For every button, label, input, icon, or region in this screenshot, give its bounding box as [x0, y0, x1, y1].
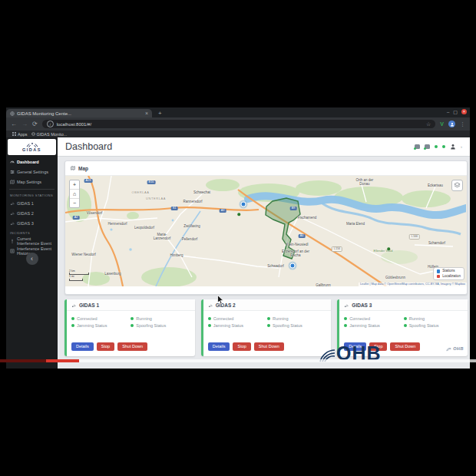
sidebar-item-general-settings[interactable]: General Settings: [6, 167, 58, 177]
apps-label: Apps: [18, 132, 28, 137]
url-text[interactable]: localhost:8001/#/: [57, 122, 423, 127]
road-badge: B16: [147, 180, 156, 184]
details-button[interactable]: Details: [208, 342, 230, 352]
map-town-label: UNTERLAA: [146, 197, 166, 201]
shutdown-button[interactable]: Shut Down: [390, 342, 420, 352]
shutdown-button[interactable]: Shut Down: [254, 342, 284, 352]
station-cards-row: GIDAS 1 Connected Running Jamming Status…: [64, 299, 468, 356]
window-controls: – ▢ ×: [447, 109, 467, 114]
sidebar-item-gidas-2[interactable]: GIDAS 2: [6, 208, 58, 218]
status-dot: [344, 317, 347, 320]
minimize-icon[interactable]: –: [447, 110, 449, 114]
chat-status-icon[interactable]: [425, 144, 430, 149]
map-icon: [71, 166, 75, 170]
status-connected: Connected: [344, 316, 403, 321]
map-town-label: Enzersdorf an der Fischa: [280, 250, 311, 257]
header-icon-cluster: ›: [415, 144, 462, 150]
user-icon[interactable]: [450, 144, 456, 150]
sidebar-item-dashboard[interactable]: Dashboard: [6, 157, 58, 167]
map-town-label: Schwadorf: [267, 264, 283, 268]
map-town-label: Pellendorf: [182, 237, 197, 241]
localization-swatch: [437, 275, 441, 279]
stop-button[interactable]: Stop: [97, 342, 114, 352]
sidebar-item-map-settings[interactable]: Map Settings: [6, 177, 58, 187]
ohb-swoosh-icon: [446, 347, 451, 352]
map-town-label: Fischamend: [298, 216, 317, 220]
extension-icon[interactable]: V: [440, 121, 444, 127]
maximize-icon[interactable]: ▢: [453, 110, 458, 114]
status-badge: [424, 147, 426, 150]
back-icon[interactable]: ←: [11, 121, 17, 127]
sidebar-section-incidents: INCIDENTS: [6, 228, 58, 236]
station-marker[interactable]: [241, 202, 246, 207]
map-zoom-control: + ⌂ −: [69, 180, 80, 208]
sidebar-item-current-interference-event[interactable]: Current Interference Event: [6, 236, 58, 246]
layers-icon: [454, 182, 461, 189]
apps-grid-icon: [12, 132, 16, 136]
browser-tab[interactable]: GIDAS Monitoring Cente... ×: [6, 109, 152, 117]
map-town-label: Orth an der Donau: [351, 178, 378, 186]
status-dot: [267, 324, 270, 327]
details-button[interactable]: Details: [71, 342, 94, 352]
close-icon[interactable]: ×: [461, 109, 467, 114]
bookmark-star-icon[interactable]: ☆: [426, 121, 431, 127]
gidas-bookmark[interactable]: GIDAS Monito...: [31, 132, 68, 137]
layers-button[interactable]: [451, 180, 463, 191]
status-spoofing: Spoofing Status: [267, 323, 326, 328]
map-card: Map: [64, 160, 468, 295]
sidebar: GIDAS Dashboard General Settings Map Set…: [6, 137, 58, 369]
map-town-label: OBERLAA: [131, 191, 149, 195]
sidebar-item-gidas-1[interactable]: GIDAS 1: [6, 198, 58, 208]
video-progress-bar[interactable]: [0, 359, 476, 362]
gidas-logo[interactable]: GIDAS: [8, 139, 56, 155]
tab-close-icon[interactable]: ×: [145, 111, 148, 116]
progress-watched: [0, 359, 79, 362]
sidebar-collapse-button[interactable]: ‹: [26, 253, 38, 265]
chat-status-icon[interactable]: [415, 144, 420, 149]
gidas-logo-text: GIDAS: [22, 148, 41, 153]
map-icon: [10, 180, 15, 184]
station-marker[interactable]: [290, 263, 296, 269]
status-dot: [131, 324, 134, 327]
road-badge: A2: [73, 216, 80, 220]
mouse-cursor: [217, 295, 224, 305]
shutdown-button[interactable]: Shut Down: [117, 342, 147, 352]
map-canvas[interactable]: OBERLAAUNTERLAASchwechatRannersdorfVösen…: [65, 176, 467, 286]
map-town-label: Zwölfaxing: [183, 224, 200, 228]
road-badge: S1: [171, 207, 178, 210]
map-town-label: Scharndorf: [428, 241, 445, 245]
status-jamming: Jamming Status: [208, 323, 267, 328]
zoom-out-button[interactable]: −: [70, 199, 79, 207]
map-base-layer: [65, 176, 466, 286]
stop-button[interactable]: Stop: [233, 342, 250, 352]
map-town-label: Klein-Neusiedl: [286, 243, 308, 246]
zoom-in-button[interactable]: +: [70, 180, 79, 190]
sidebar-item-label: GIDAS 1: [17, 201, 34, 206]
satellite-dish-icon: [208, 303, 213, 308]
sidebar-item-label: GIDAS 3: [17, 221, 34, 226]
map-attribution[interactable]: Leaflet | Map data © OpenStreetMap contr…: [359, 283, 467, 286]
satellite-dish-icon: [10, 201, 15, 206]
status-dot: [404, 324, 407, 327]
bookmarks-bar: Apps GIDAS Monito...: [6, 131, 470, 137]
profile-avatar[interactable]: [448, 121, 455, 127]
globe-icon: [10, 111, 15, 116]
site-info-icon[interactable]: i: [47, 121, 54, 127]
forward-icon[interactable]: →: [21, 121, 28, 127]
map-town-label: Göttlesbrunn: [385, 276, 405, 279]
zoom-home-button[interactable]: ⌂: [70, 190, 79, 199]
status-spoofing: Spoofing Status: [131, 323, 190, 328]
user-icon: [450, 122, 455, 127]
url-bar[interactable]: i localhost:8001/#/ ☆: [42, 120, 436, 128]
browser-menu-icon[interactable]: ⋮: [460, 121, 465, 127]
scale-mi-bar: [69, 279, 83, 281]
new-tab-button[interactable]: +: [158, 109, 162, 117]
sidebar-item-gidas-3[interactable]: GIDAS 3: [6, 218, 58, 228]
sidebar-section-monitoring-stations: MONITORING STATIONS: [6, 190, 58, 198]
chevron-right-icon[interactable]: ›: [461, 144, 462, 149]
globe-icon: [31, 132, 35, 136]
sidebar-item-label: GIDAS 2: [17, 211, 34, 216]
apps-bookmark[interactable]: Apps: [12, 132, 28, 137]
satellite-dish-icon: [10, 221, 15, 226]
reload-icon[interactable]: ⟳: [32, 121, 38, 127]
